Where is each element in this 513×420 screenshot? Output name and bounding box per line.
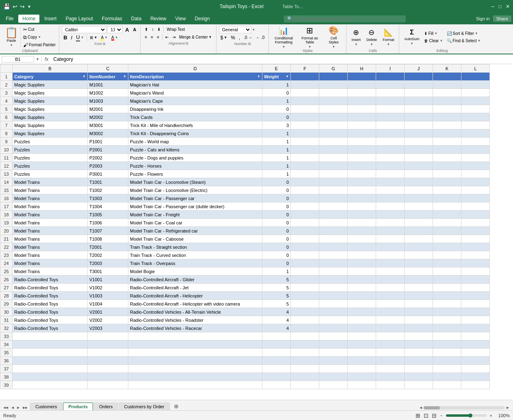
empty-cell[interactable] (405, 381, 433, 389)
filter-item-number-btn[interactable]: ▼ (123, 75, 126, 78)
menu-insert[interactable]: Insert (40, 15, 61, 23)
cell-empty[interactable] (405, 235, 433, 243)
empty-cell[interactable] (128, 349, 262, 357)
cell-empty[interactable] (461, 138, 490, 146)
font-color-button[interactable]: A ▼ (110, 34, 120, 41)
cell-empty[interactable] (433, 129, 461, 138)
empty-cell[interactable] (433, 365, 461, 373)
empty-cell[interactable] (13, 365, 88, 373)
col-header-C[interactable]: C (88, 65, 128, 73)
cell-category-25[interactable]: Model Trains (13, 267, 88, 276)
menu-home[interactable]: Home (18, 15, 39, 23)
cell-weight-24[interactable]: 0 (262, 259, 291, 267)
empty-cell[interactable] (433, 381, 461, 389)
cell-empty[interactable] (433, 113, 461, 121)
cell-empty[interactable] (291, 170, 319, 178)
cell-weight-25[interactable]: 1 (262, 267, 291, 276)
cell-empty[interactable] (376, 105, 405, 113)
empty-cell[interactable] (348, 381, 376, 389)
cell-category-18[interactable]: Model Trains (13, 211, 88, 219)
cell-empty[interactable] (433, 300, 461, 308)
cell-empty[interactable] (461, 162, 490, 170)
filter-category-btn[interactable]: ▼ (82, 75, 86, 78)
cell-itemdesc-9[interactable]: Puzzle - World map (128, 138, 262, 146)
cell-empty[interactable] (291, 121, 319, 129)
cell-empty[interactable] (433, 146, 461, 154)
cell-empty[interactable] (376, 259, 405, 267)
cell-itemnumber-9[interactable]: P1001 (88, 138, 128, 146)
cell-weight-28[interactable]: 5 (262, 292, 291, 300)
indent-decrease-button[interactable]: ⇤ (164, 34, 170, 41)
empty-cell[interactable] (376, 332, 405, 340)
empty-cell[interactable] (461, 381, 490, 389)
restore-icon[interactable]: □ (499, 4, 502, 9)
cell-weight-26[interactable]: 5 (262, 276, 291, 284)
cell-empty[interactable] (461, 194, 490, 202)
cell-itemnumber-25[interactable]: T3001 (88, 267, 128, 276)
cell-empty[interactable] (376, 292, 405, 300)
cell-empty[interactable] (319, 178, 348, 186)
header-item-description[interactable]: ItemDescription▼ (128, 73, 262, 81)
empty-cell[interactable] (262, 365, 291, 373)
cell-empty[interactable] (433, 235, 461, 243)
alignment-dialog-icon[interactable]: ⧉ (186, 41, 188, 45)
cell-empty[interactable] (291, 178, 319, 186)
cell-category-3[interactable]: Magic Supplies (13, 89, 88, 97)
cell-itemnumber-20[interactable]: T1007 (88, 227, 128, 235)
cell-weight-27[interactable]: 5 (262, 284, 291, 292)
sheet-tab-products[interactable]: Products (63, 403, 93, 410)
align-center-button[interactable]: ≡ (149, 34, 155, 41)
scroll-tabs-left[interactable]: ◀◀ (2, 406, 9, 409)
empty-cell[interactable] (405, 349, 433, 357)
cell-empty[interactable] (348, 316, 376, 324)
empty-cell[interactable] (88, 357, 128, 365)
cell-itemdesc-21[interactable]: Model Train Car - Caboose (128, 235, 262, 243)
filter-item-desc-btn[interactable]: ▼ (257, 75, 260, 78)
empty-cell[interactable] (291, 349, 319, 357)
cell-empty[interactable] (376, 121, 405, 129)
cell-itemnumber-15[interactable]: T1002 (88, 186, 128, 194)
h-scrollbar[interactable] (424, 406, 505, 409)
col-header-H[interactable]: H (348, 65, 376, 73)
cell-itemdesc-26[interactable]: Radio-Controlled Aircraft - Glider (128, 276, 262, 284)
cell-itemnumber-24[interactable]: T2003 (88, 259, 128, 267)
align-bottom-button[interactable]: ⬇ (156, 26, 162, 33)
empty-cell[interactable] (376, 349, 405, 357)
close-icon[interactable]: ✕ (506, 4, 510, 9)
empty-cell[interactable] (262, 332, 291, 340)
cell-itemnumber-8[interactable]: M3002 (88, 129, 128, 138)
cell-itemnumber-32[interactable]: V2003 (88, 324, 128, 332)
empty-cell[interactable] (13, 381, 88, 389)
cell-empty[interactable] (319, 89, 348, 97)
cell-empty[interactable] (376, 211, 405, 219)
empty-cell[interactable] (291, 357, 319, 365)
increase-font-button[interactable]: A (123, 26, 130, 33)
cell-itemnumber-7[interactable]: M3001 (88, 121, 128, 129)
wrap-text-button[interactable]: Wrap Text (165, 26, 186, 33)
cell-styles-button[interactable]: 🎨 CellStyles ▼ (323, 26, 344, 48)
currency-button[interactable]: $▼ (219, 34, 229, 41)
cell-empty[interactable] (291, 251, 319, 259)
empty-cell[interactable] (319, 349, 348, 357)
cell-weight-16[interactable]: 0 (262, 194, 291, 202)
menu-page-layout[interactable]: Page Layout (61, 15, 97, 23)
cell-empty[interactable] (461, 284, 490, 292)
cell-itemdesc-32[interactable]: Radio-Controlled Vehicles - Racecar (128, 324, 262, 332)
cut-button[interactable]: ✂ Cut (22, 26, 57, 33)
conditional-formatting-button[interactable]: 📊 ConditionalFormatting ▼ (271, 26, 296, 48)
cell-category-5[interactable]: Magic Supplies (13, 105, 88, 113)
sheet-tab-customers[interactable]: Customers (30, 403, 62, 410)
col-header-F[interactable]: F (291, 65, 319, 73)
cell-category-24[interactable]: Model Trains (13, 259, 88, 267)
cell-empty[interactable] (405, 186, 433, 194)
menu-design[interactable]: Design (190, 15, 214, 23)
cell-empty[interactable] (376, 170, 405, 178)
empty-cell[interactable] (128, 357, 262, 365)
cell-empty[interactable] (291, 308, 319, 316)
cell-empty[interactable] (405, 194, 433, 202)
cell-empty[interactable] (319, 129, 348, 138)
find-select-button[interactable]: 🔍 Find & Select ▼ (445, 37, 482, 44)
cell-empty[interactable] (405, 251, 433, 259)
cell-category-12[interactable]: Puzzles (13, 162, 88, 170)
cell-empty[interactable] (319, 235, 348, 243)
